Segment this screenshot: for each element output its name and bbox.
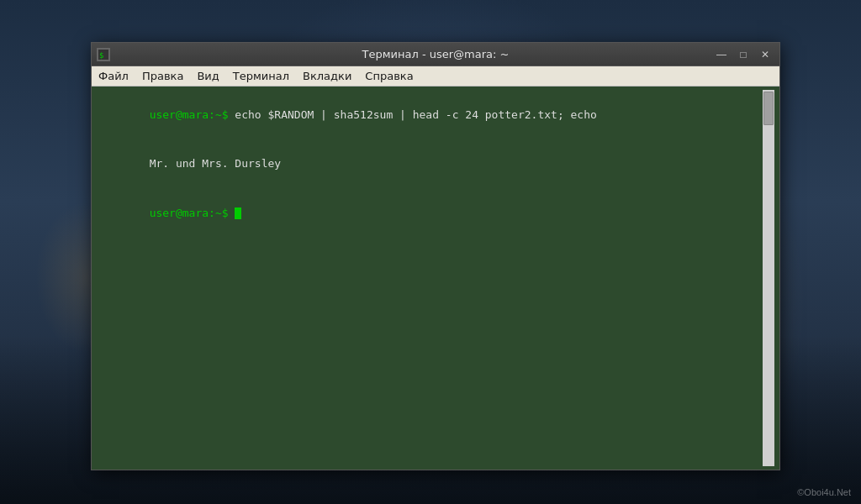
title-bar: $ Терминал - user@mara: ~ — □ ✕ (92, 43, 779, 66)
menu-bar: Файл Правка Вид Терминал Вкладки Справка (92, 66, 779, 87)
cursor (235, 207, 241, 219)
terminal-line-2: Mr. und Mrs. Dursley (97, 139, 763, 189)
terminal-content[interactable]: user@mara:~$ echo $RANDOM | sha512sum | … (92, 87, 779, 470)
menu-file[interactable]: Файл (92, 66, 135, 86)
menu-terminal[interactable]: Терминал (226, 66, 296, 86)
cmd-1: echo $RANDOM | sha512sum | head -c 24 po… (229, 108, 597, 121)
terminal-window: $ Терминал - user@mara: ~ — □ ✕ Файл Пра… (91, 42, 780, 470)
terminal-line-3: user@mara:~$ (97, 188, 763, 238)
title-bar-text: Терминал - user@mara: ~ (362, 48, 510, 60)
terminal-output: user@mara:~$ echo $RANDOM | sha512sum | … (97, 90, 763, 466)
maximize-button[interactable]: □ (732, 43, 754, 66)
menu-view[interactable]: Вид (190, 66, 225, 86)
svg-text:$: $ (99, 51, 103, 60)
terminal-line-1: user@mara:~$ echo $RANDOM | sha512sum | … (97, 90, 763, 139)
menu-tabs[interactable]: Вкладки (296, 66, 358, 86)
scrollbar[interactable] (763, 90, 774, 466)
cmd-2 (229, 207, 235, 219)
scrollbar-thumb[interactable] (763, 92, 774, 125)
menu-help[interactable]: Справка (358, 66, 420, 86)
watermark: ©Oboi4u.Net (797, 487, 851, 497)
output-1: Mr. und Mrs. Dursley (150, 157, 282, 170)
prompt-1: user@mara:~$ (150, 108, 229, 121)
menu-edit[interactable]: Правка (135, 66, 190, 86)
minimize-button[interactable]: — (710, 43, 732, 66)
close-button[interactable]: ✕ (754, 43, 776, 66)
prompt-2: user@mara:~$ (150, 207, 229, 219)
terminal-app-icon: $ (97, 48, 110, 61)
window-controls: — □ ✕ (710, 43, 776, 66)
